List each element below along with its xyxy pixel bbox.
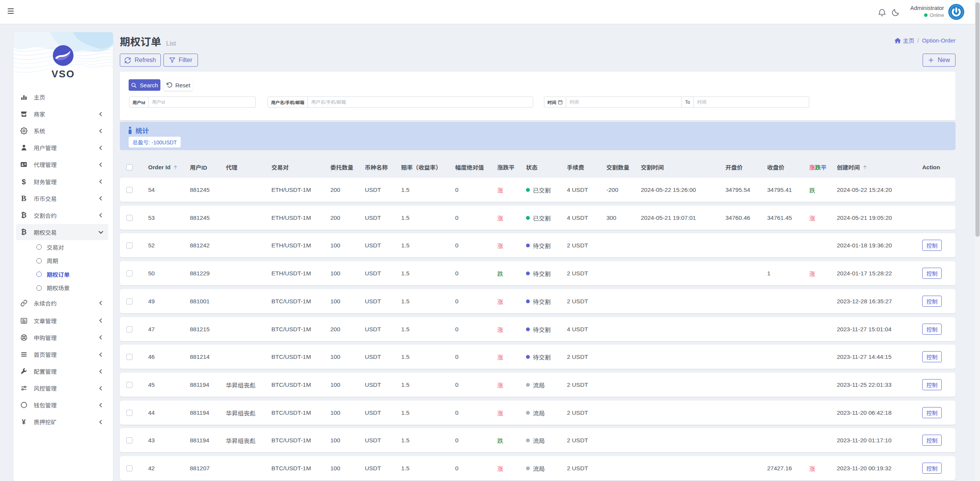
newspaper-icon [20, 317, 28, 324]
row-checkbox[interactable] [126, 410, 132, 416]
control-button[interactable]: 控制 [922, 268, 942, 279]
sidebar-item-质押挖矿[interactable]: ¥质押挖矿 [13, 414, 113, 430]
refresh-button[interactable]: Refresh [120, 54, 161, 67]
control-button[interactable]: 控制 [922, 240, 942, 251]
sidebar-item-配置管理[interactable]: 配置管理 [13, 363, 113, 380]
sidebar-item-钱包管理[interactable]: 钱包管理 [13, 397, 113, 414]
column-header-交易对[interactable]: 交易对 [271, 163, 330, 171]
cell-result: 涨 [809, 214, 837, 222]
sidebar-item-交割合约[interactable]: ₿交割合约 [13, 207, 113, 224]
sidebar-subitem-label: 周期 [47, 254, 58, 268]
column-header-涨跌平[interactable]: 涨跌平 [809, 163, 837, 171]
time-from-input[interactable] [566, 97, 682, 108]
cell-amplitude: 0 [455, 242, 497, 249]
row-checkbox[interactable] [126, 382, 132, 388]
row-checkbox[interactable] [126, 465, 132, 471]
menu-toggle-button[interactable] [8, 7, 18, 16]
cell-fee: 2 USDT [567, 242, 606, 249]
breadcrumb-current[interactable]: Option-Order [922, 37, 956, 44]
sidebar-item-代理管理[interactable]: 代理管理 [13, 156, 113, 173]
sidebar-subitem-期权场景[interactable]: 期权场景 [13, 281, 113, 295]
row-checkbox-cell [126, 437, 148, 443]
dark-mode-moon-icon[interactable] [891, 8, 900, 17]
sidebar-item-期权交易[interactable]: ₿期权交易 [13, 224, 113, 240]
column-header-Action[interactable]: Action [922, 164, 956, 170]
reset-button[interactable]: Reset [163, 79, 193, 91]
column-header-代理[interactable]: 代理 [226, 163, 271, 171]
cell-created-at: 2023-11-27 15:01:04 [837, 326, 922, 333]
sidebar-item-商家[interactable]: 商家 [13, 106, 113, 123]
page-subtitle: List [166, 40, 176, 47]
user-menu[interactable]: Administrator Online [906, 4, 944, 20]
row-checkbox[interactable] [126, 298, 132, 304]
control-button[interactable]: 控制 [922, 351, 942, 362]
row-checkbox[interactable] [126, 215, 132, 221]
column-header-手续费[interactable]: 手续费 [567, 163, 606, 171]
control-button[interactable]: 控制 [922, 463, 942, 474]
cell-coin: USDT [365, 465, 401, 472]
row-checkbox[interactable] [126, 187, 132, 193]
search-button[interactable]: Search [129, 79, 160, 91]
avatar[interactable] [948, 4, 964, 20]
control-button[interactable]: 控制 [922, 435, 942, 446]
row-checkbox[interactable] [126, 354, 132, 360]
sidebar-item-文章管理[interactable]: 文章管理 [13, 312, 113, 329]
page-scrollbar[interactable] [975, 0, 980, 481]
user-input[interactable] [308, 97, 533, 108]
column-header-交割数量[interactable]: 交割数量 [606, 163, 641, 171]
sidebar-item-系统[interactable]: 系统 [13, 123, 113, 139]
cell-user-id: 881245 [190, 187, 226, 193]
sidebar-item-永续合约[interactable]: 永续合约 [13, 294, 113, 311]
id-card-icon [20, 161, 28, 169]
row-checkbox[interactable] [126, 242, 132, 249]
sidebar-subitem-交易对[interactable]: 交易对 [13, 240, 113, 254]
sidebar-subitem-期权订单[interactable]: 期权订单 [13, 267, 113, 281]
sidebar-item-币币交易[interactable]: B币币交易 [13, 190, 113, 207]
cell-action: 控制 [922, 268, 956, 279]
breadcrumb-home-link[interactable]: 主页 [895, 36, 915, 44]
cell-agent: 华昇组丧彪 [226, 436, 271, 445]
filter-funnel-icon [169, 57, 175, 63]
control-button[interactable]: 控制 [922, 379, 942, 390]
sidebar-item-风控管理[interactable]: 风控管理 [13, 380, 113, 397]
sidebar-item-主页[interactable]: 主页 [13, 89, 113, 106]
row-checkbox[interactable] [126, 437, 132, 443]
sidebar-item-财务管理[interactable]: $财务管理 [13, 173, 113, 190]
control-button[interactable]: 控制 [922, 296, 942, 307]
column-header-开盘价[interactable]: 开盘价 [725, 163, 767, 171]
cell-user-id: 881194 [190, 437, 226, 444]
row-checkbox[interactable] [126, 326, 132, 332]
notifications-bell-icon[interactable] [877, 8, 887, 17]
column-header-币种名称[interactable]: 币种名称 [365, 163, 401, 171]
scrollbar-thumb[interactable] [975, 2, 980, 237]
new-button[interactable]: New [923, 54, 956, 67]
column-header-用户ID[interactable]: 用户ID [190, 163, 226, 171]
column-header-涨跌平[interactable]: 涨跌平 [497, 163, 526, 171]
row-checkbox[interactable] [126, 270, 132, 276]
column-header-赔率（收益率）[interactable]: 赔率（收益率） [401, 163, 455, 171]
chevron-left-icon [98, 301, 103, 305]
sidebar-item-申购管理[interactable]: 申购管理 [13, 329, 113, 346]
sidebar-item-首页管理[interactable]: 首页管理 [13, 346, 113, 363]
cell-action: 控制 [922, 296, 956, 307]
user-id-input[interactable] [149, 97, 256, 108]
column-header-收盘价[interactable]: 收盘价 [767, 163, 809, 171]
sidebar-subitem-周期[interactable]: 周期 [13, 254, 113, 268]
column-header-幅度绝对值[interactable]: 幅度绝对值 [455, 163, 497, 171]
select-all-checkbox[interactable] [126, 164, 132, 170]
time-to-input[interactable] [694, 97, 809, 108]
table-row-order-45: 45 881194 华昇组丧彪 BTC/USDT-1M 100 USDT 1.5… [120, 373, 956, 397]
column-header-创建时间[interactable]: 创建时间 [837, 163, 922, 171]
sidebar-item-用户管理[interactable]: 用户管理 [13, 139, 113, 156]
column-header-状态[interactable]: 状态 [526, 163, 567, 171]
column-header-Order Id[interactable]: Order Id [148, 164, 190, 170]
home-icon [895, 38, 901, 43]
filter-button[interactable]: Filter [163, 54, 198, 67]
column-header-委托数量[interactable]: 委托数量 [330, 163, 365, 171]
brand[interactable]: VSO [13, 45, 113, 80]
control-button[interactable]: 控制 [922, 324, 942, 335]
cell-created-at: 2024-05-22 15:24:20 [837, 187, 922, 193]
control-button[interactable]: 控制 [922, 407, 942, 418]
column-header-交割时间[interactable]: 交割时间 [641, 163, 725, 171]
chevron-left-icon [98, 179, 103, 184]
